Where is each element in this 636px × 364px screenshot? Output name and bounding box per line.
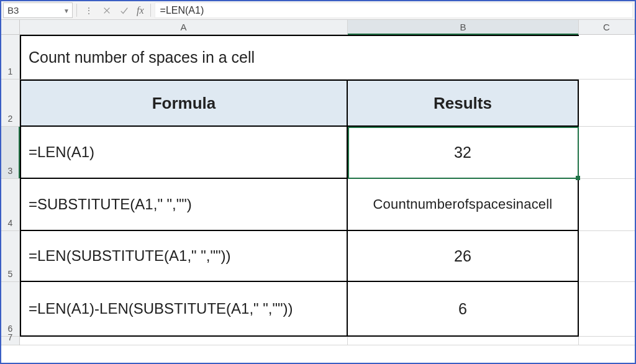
column-header-C[interactable]: C — [579, 20, 635, 34]
cell-A1-value: Count number of spaces in a cell — [29, 48, 255, 66]
cell-B3-value: 32 — [454, 143, 471, 162]
cell-B5[interactable]: 26 — [348, 231, 579, 282]
cell-B2-value: Results — [434, 94, 492, 113]
cell-B6-value: 6 — [458, 300, 467, 318]
cell-C6[interactable] — [579, 282, 635, 337]
name-box-value: B3 — [7, 5, 19, 16]
formula-input-value: =LEN(A1) — [160, 5, 204, 16]
spreadsheet-grid: A B C 1 2 3 4 5 6 7 Count number of spac… — [1, 20, 635, 345]
cells-area: Count number of spaces in a cell Formula… — [20, 35, 635, 345]
cell-B7[interactable] — [348, 337, 579, 345]
name-box-dropdown-icon[interactable]: ▼ — [63, 7, 70, 14]
cell-A6-value: =LEN(A1)-LEN(SUBSTITUTE(A1," ","")) — [29, 300, 293, 317]
row-header-7[interactable]: 7 — [1, 337, 19, 345]
cell-B2[interactable]: Results — [348, 80, 579, 127]
row-header-6[interactable]: 6 — [1, 282, 19, 337]
column-header-B[interactable]: B — [348, 20, 579, 34]
cell-A6[interactable]: =LEN(A1)-LEN(SUBSTITUTE(A1," ","")) — [20, 282, 348, 337]
separator — [150, 4, 151, 17]
select-all-corner[interactable] — [1, 20, 20, 34]
row-headers: 1 2 3 4 5 6 7 — [1, 35, 20, 345]
cell-B6[interactable]: 6 — [348, 282, 579, 337]
cell-A3[interactable]: =LEN(A1) — [20, 127, 348, 179]
cell-A2-value: Formula — [152, 94, 216, 113]
cell-B4-value: Countnumberofspacesinacell — [373, 196, 553, 212]
cell-C4[interactable] — [579, 179, 635, 231]
cell-C3[interactable] — [579, 127, 635, 179]
formula-input[interactable]: =LEN(A1) — [155, 2, 633, 18]
enter-icon[interactable] — [116, 1, 133, 19]
cell-C2[interactable] — [579, 80, 635, 127]
row-header-4[interactable]: 4 — [1, 179, 19, 231]
cell-C7[interactable] — [579, 337, 635, 345]
row-header-5[interactable]: 5 — [1, 231, 19, 282]
column-header-A[interactable]: A — [20, 20, 348, 34]
cell-B3[interactable]: 32 — [348, 127, 579, 179]
column-headers: A B C — [1, 20, 635, 35]
row-header-3[interactable]: 3 — [1, 127, 19, 179]
cell-A4[interactable]: =SUBSTITUTE(A1," ","") — [20, 179, 348, 231]
cell-A1[interactable]: Count number of spaces in a cell — [20, 35, 579, 80]
cell-A3-value: =LEN(A1) — [29, 143, 94, 161]
cell-A5-value: =LEN(SUBSTITUTE(A1," ","")) — [29, 247, 230, 265]
formula-bar: B3 ▼ ⋮ fx =LEN(A1) — [1, 1, 635, 20]
cell-A5[interactable]: =LEN(SUBSTITUTE(A1," ","")) — [20, 231, 348, 282]
row-header-1[interactable]: 1 — [1, 35, 19, 80]
cell-B5-value: 26 — [454, 247, 471, 265]
separator — [76, 4, 77, 17]
cell-B4[interactable]: Countnumberofspacesinacell — [348, 179, 579, 231]
grip-icon: ⋮ — [80, 1, 98, 19]
cancel-icon[interactable] — [98, 1, 116, 19]
cell-A4-value: =SUBSTITUTE(A1," ","") — [29, 196, 192, 213]
fx-icon[interactable]: fx — [133, 1, 148, 19]
cell-C1[interactable] — [579, 35, 635, 80]
cell-A2[interactable]: Formula — [20, 80, 348, 127]
name-box[interactable]: B3 ▼ — [3, 2, 73, 18]
cell-C5[interactable] — [579, 231, 635, 282]
cell-A7[interactable] — [20, 337, 348, 345]
row-header-2[interactable]: 2 — [1, 80, 19, 127]
